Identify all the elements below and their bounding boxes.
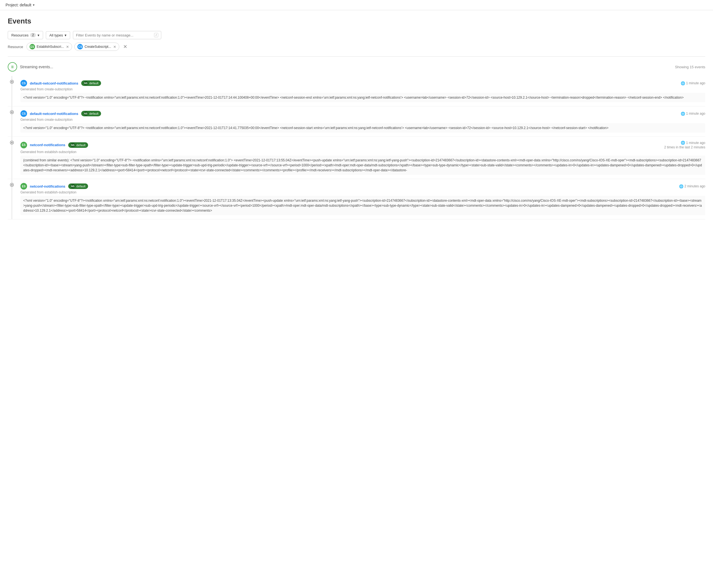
table-row: CS default-netconf-notifications NS defa… <box>8 106 705 137</box>
globe-icon: 🌐 <box>681 112 685 116</box>
table-row: ES netconf-notifications NS default 🌐 1 … <box>8 137 705 179</box>
resources-chevron-icon: ▾ <box>38 33 40 37</box>
event-header-left: ES netconf-notifications NS default <box>20 183 88 190</box>
event-source: Generated from establish-subscription <box>20 190 705 194</box>
event-name[interactable]: netconf-notifications <box>30 143 65 147</box>
pause-button[interactable]: ⏸ <box>8 62 17 71</box>
event-dot <box>10 111 13 113</box>
event-body: ES netconf-notifications NS default 🌐 1 … <box>20 141 705 175</box>
namespace: default <box>77 185 86 188</box>
event-header-left: CS default-netconf-notifications NS defa… <box>20 80 101 86</box>
event-header-right: 🌐 1 minute ago <box>681 112 705 116</box>
events-list: CS default-netconf-notifications NS defa… <box>8 76 705 219</box>
globe-icon: 🌐 <box>679 184 684 188</box>
event-body: CS default-netconf-notifications NS defa… <box>20 80 705 102</box>
cs-tag-close[interactable]: ✕ <box>113 45 116 49</box>
top-bar: Project: default ▾ <box>0 0 713 10</box>
table-row: CS default-netconf-notifications NS defa… <box>8 76 705 106</box>
globe-icon: 🌐 <box>681 81 685 85</box>
table-row: ES netconf-notifications NS default 🌐 2 … <box>8 179 705 219</box>
resource-tag-es: ES EstablishSubscri... ✕ <box>26 43 72 51</box>
event-content: <?xml version="1.0" encoding="UTF-8"?><n… <box>20 196 705 215</box>
es-tag-close[interactable]: ✕ <box>66 45 69 49</box>
event-body: CS default-netconf-notifications NS defa… <box>20 110 705 133</box>
event-source: Generated from create-subscription <box>20 87 705 91</box>
globe-icon: 🌐 <box>681 141 685 145</box>
time-text: 1 minute ago <box>686 81 705 85</box>
project-label: Project: default <box>5 3 31 7</box>
ns-badge: NS default <box>68 184 88 189</box>
pause-icon: ⏸ <box>10 65 14 69</box>
events-page: Events Resources 2 ▾ All types ▾ / Resou… <box>0 10 713 226</box>
divider <box>8 56 705 57</box>
ns-badge: NS default <box>81 111 101 116</box>
event-header: CS default-netconf-notifications NS defa… <box>20 110 705 117</box>
namespace: default <box>89 112 99 115</box>
search-input[interactable] <box>76 33 152 37</box>
ns-badge: NS default <box>68 142 88 148</box>
cs-badge: CS <box>20 110 27 117</box>
event-header-left: CS default-netconf-notifications NS defa… <box>20 110 101 117</box>
cs-badge: CS <box>20 80 27 86</box>
event-header: ES netconf-notifications NS default 🌐 1 … <box>20 141 705 149</box>
events-scroll-area[interactable]: CS default-netconf-notifications NS defa… <box>8 76 705 219</box>
namespace: default <box>89 82 99 85</box>
all-types-filter[interactable]: All types ▾ <box>46 31 70 39</box>
filters-row: Resources 2 ▾ All types ▾ / <box>8 31 705 39</box>
event-time: 🌐 1 minute ago <box>681 81 705 85</box>
ns-dot: NS <box>71 184 75 188</box>
time-text: 2 minutes ago <box>685 184 705 188</box>
event-name[interactable]: netconf-notifications <box>30 184 65 188</box>
resources-label: Resources <box>11 33 28 37</box>
es-avatar: ES <box>29 44 35 49</box>
ns-dot: NS <box>71 143 75 147</box>
event-header-right: 🌐 1 minute ago 2 times in the last 2 min… <box>664 141 705 149</box>
clear-all-button[interactable]: ✕ <box>122 43 129 50</box>
es-badge: ES <box>20 142 27 148</box>
event-time: 🌐 2 minutes ago <box>679 184 705 188</box>
resource-tag-cs: CS CreateSubscript... ✕ <box>74 43 119 51</box>
ns-dot: NS <box>84 111 88 116</box>
streaming-left: ⏸ Streaming events... <box>8 62 53 71</box>
resources-filter[interactable]: Resources 2 ▾ <box>8 31 43 39</box>
slash-shortcut: / <box>154 33 158 37</box>
search-input-wrap: / <box>73 31 161 39</box>
event-header-right: 🌐 2 minutes ago <box>679 184 705 188</box>
event-dot-wrap <box>8 141 16 175</box>
event-body: ES netconf-notifications NS default 🌐 2 … <box>20 183 705 215</box>
streaming-text: Streaming events... <box>20 65 53 69</box>
event-dot <box>10 184 13 186</box>
resource-row: Resource ES EstablishSubscri... ✕ CS Cre… <box>8 43 705 51</box>
event-dot-wrap <box>8 183 16 215</box>
resource-label: Resource <box>8 45 23 49</box>
resources-count: 2 <box>30 33 36 37</box>
event-dot <box>10 80 13 83</box>
es-badge: ES <box>20 183 27 190</box>
all-types-chevron-icon: ▾ <box>65 33 67 37</box>
event-name[interactable]: default-netconf-notifications <box>30 81 79 85</box>
event-dot-wrap <box>8 110 16 133</box>
page-title: Events <box>8 17 705 25</box>
event-content: <?xml version="1.0" encoding="UTF-8"?> <… <box>20 123 705 133</box>
event-name[interactable]: default-netconf-notifications <box>30 112 79 116</box>
event-dot-wrap <box>8 80 16 102</box>
es-tag-name: EstablishSubscri... <box>37 45 64 49</box>
chevron-down-icon: ▾ <box>33 3 35 7</box>
time-text: 1 minute ago <box>686 141 705 145</box>
event-content: <?xml version="1.0" encoding="UTF-8"?> <… <box>20 93 705 102</box>
ns-dot: NS <box>84 81 88 85</box>
event-source: Generated from create-subscription <box>20 118 705 122</box>
cs-avatar: CS <box>77 44 83 49</box>
event-time: 🌐 1 minute ago <box>681 112 705 116</box>
ns-badge: NS default <box>81 80 101 86</box>
all-types-label: All types <box>49 33 63 37</box>
event-header-left: ES netconf-notifications NS default <box>20 142 88 148</box>
event-time: 🌐 1 minute ago <box>681 141 705 145</box>
time-text: 1 minute ago <box>686 112 705 115</box>
showing-count: Showing 15 events <box>675 65 705 69</box>
event-header: CS default-netconf-notifications NS defa… <box>20 80 705 86</box>
event-source: Generated from establish-subscription <box>20 150 705 154</box>
project-selector[interactable]: Project: default ▾ <box>5 3 35 7</box>
namespace: default <box>77 143 86 147</box>
event-dot <box>10 141 13 144</box>
